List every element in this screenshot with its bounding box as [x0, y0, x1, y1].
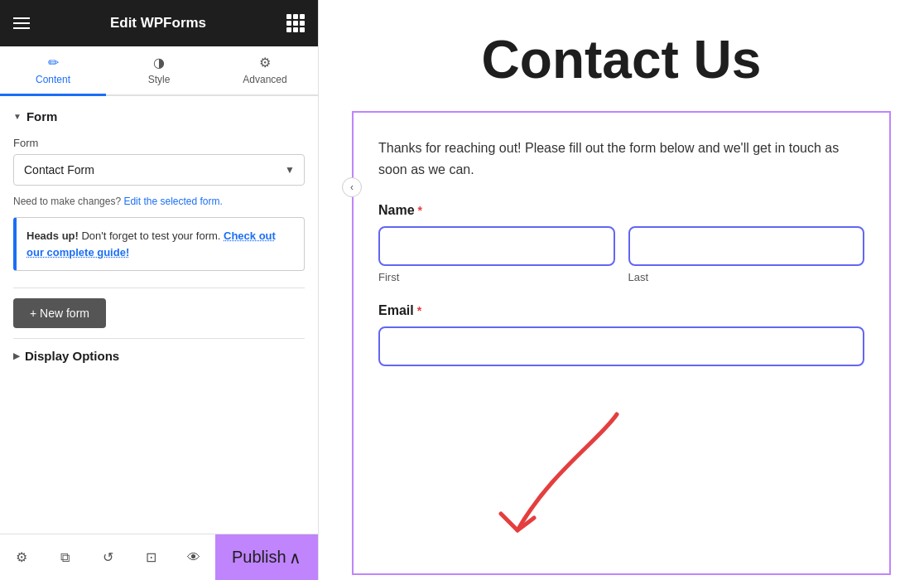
edit-link-text: Need to make changes? Edit the selected …	[13, 196, 305, 207]
first-name-wrapper: First	[378, 226, 615, 283]
publish-label: Publish	[232, 548, 286, 567]
collapse-button[interactable]: ‹	[342, 177, 362, 197]
bottom-icons: ⚙ ⧉ ↺ ⊡ 👁	[0, 534, 215, 580]
form-field-label: Form	[13, 137, 305, 149]
sidebar-content: ▼ Form Form Contact Form Simple Contact …	[0, 96, 318, 534]
tab-advanced[interactable]: ⚙ Advanced	[212, 46, 318, 96]
email-field-group: Email *	[378, 303, 864, 366]
bottom-bar: ⚙ ⧉ ↺ ⊡ 👁 Publish ∧	[0, 534, 318, 580]
section-collapse-arrow: ▼	[13, 112, 22, 121]
pencil-icon: ✏	[48, 55, 59, 70]
display-options-arrow: ▶	[13, 351, 20, 360]
publish-chevron-icon: ∧	[289, 548, 301, 568]
gear-icon: ⚙	[259, 55, 271, 70]
last-name-wrapper: Last	[628, 226, 865, 283]
alert-heads-up: Heads up!	[26, 230, 79, 242]
sidebar-tabs: ✏ Content ◑ Style ⚙ Advanced	[0, 46, 318, 96]
preview-icon-button[interactable]: 👁	[172, 550, 215, 565]
grid-icon[interactable]	[286, 14, 305, 32]
display-options-header[interactable]: ▶ Display Options	[13, 349, 305, 363]
main-content: Contact Us ‹ Thanks for reaching out! Pl…	[319, 0, 924, 580]
sidebar-title: Edit WPForms	[110, 15, 206, 31]
form-select[interactable]: Contact Form Simple Contact Form Newslet…	[13, 154, 305, 186]
first-name-input[interactable]	[378, 226, 615, 266]
tab-style[interactable]: ◑ Style	[106, 46, 212, 96]
form-description: Thanks for reaching out! Please fill out…	[378, 138, 864, 180]
alert-box: Heads up! Don't forget to test your form…	[13, 217, 305, 271]
last-name-sublabel: Last	[628, 271, 865, 283]
layers-icon-button[interactable]: ⧉	[43, 550, 86, 565]
form-select-wrapper: Contact Form Simple Contact Form Newslet…	[13, 154, 305, 186]
publish-bar[interactable]: Publish ∧	[215, 534, 318, 580]
divider-2	[13, 338, 305, 339]
sidebar-header: Edit WPForms	[0, 0, 318, 46]
email-input[interactable]	[378, 326, 864, 366]
last-name-input[interactable]	[628, 226, 865, 266]
edit-form-link[interactable]: Edit the selected form.	[123, 196, 222, 207]
canvas-area: Contact Us ‹ Thanks for reaching out! Pl…	[319, 0, 924, 580]
email-required-star: *	[417, 304, 421, 317]
hamburger-icon[interactable]	[13, 17, 30, 29]
name-subfields: First Last	[378, 226, 864, 283]
sidebar: Edit WPForms ✏ Content ◑ Style ⚙ Advance…	[0, 0, 319, 580]
email-label: Email *	[378, 303, 864, 318]
responsive-icon-button[interactable]: ⊡	[129, 549, 172, 565]
circle-half-icon: ◑	[153, 55, 165, 70]
name-field-group: Name * First Last	[378, 203, 864, 283]
form-section-header[interactable]: ▼ Form	[13, 109, 305, 123]
settings-icon-button[interactable]: ⚙	[0, 549, 43, 565]
form-section-title: Form	[26, 109, 58, 123]
tab-content[interactable]: ✏ Content	[0, 46, 106, 96]
history-icon-button[interactable]: ↺	[86, 549, 129, 565]
new-form-button[interactable]: + New form	[13, 298, 106, 328]
page-title: Contact Us	[352, 33, 891, 86]
name-required-star: *	[418, 204, 422, 217]
name-label: Name *	[378, 203, 864, 218]
first-name-sublabel: First	[378, 271, 615, 283]
divider	[13, 288, 305, 288]
canvas-border: ‹ Thanks for reaching out! Please fill o…	[352, 111, 891, 575]
display-options-title: Display Options	[25, 349, 119, 363]
